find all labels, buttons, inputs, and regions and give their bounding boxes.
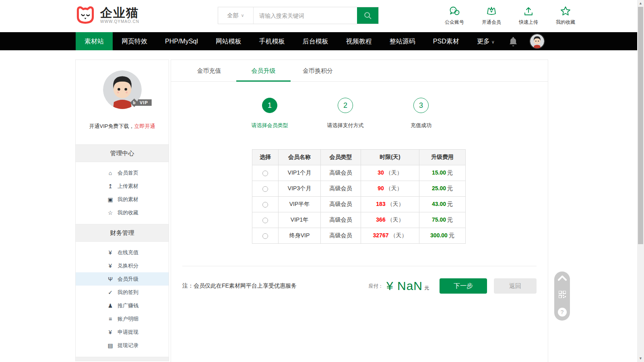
header-action-label: 我的收藏: [556, 19, 575, 26]
table-row: 终身VIP 高级会员 32767（天） 300.00元: [252, 228, 466, 244]
upload-icon: ↥: [106, 183, 114, 189]
step-label: 充值成功: [411, 122, 431, 129]
user-plus-icon: ♟: [106, 302, 114, 309]
main-nav: 素材站 网页特效 PHP/MySql 网站模板 手机模板 后台模板 视频教程 整…: [0, 32, 644, 50]
plan-price: 25.00: [432, 185, 446, 191]
nav-item-web-templates[interactable]: 网站模板: [207, 32, 250, 50]
header-action-favorites[interactable]: 我的收藏: [553, 5, 578, 26]
notification-bell-button[interactable]: [508, 36, 518, 48]
sidebar-item-label: 上传素材: [118, 183, 138, 190]
sidebar-item-account-details[interactable]: ≡账户明细: [76, 312, 169, 325]
scroll-down-arrow[interactable]: ▼: [637, 355, 644, 362]
plan-radio[interactable]: [262, 233, 268, 239]
nav-item-effects[interactable]: 网页特效: [113, 32, 156, 50]
nav-item-video[interactable]: 视频教程: [337, 32, 381, 50]
col-header-type: 会员类型: [321, 150, 361, 165]
plan-radio[interactable]: [262, 202, 268, 208]
sidebar-item-check-in[interactable]: ✓我的签到: [76, 286, 169, 299]
plan-name: 终身VIP: [279, 228, 321, 244]
plan-price: 75.00: [432, 216, 446, 223]
plan-name: VIP1年: [279, 212, 321, 228]
sidebar-item-label: 账户明细: [118, 315, 138, 323]
sidebar-item-member-upgrade[interactable]: Ψ会员升级: [76, 272, 169, 286]
back-to-top-button[interactable]: [558, 276, 567, 281]
plan-price-unit: 元: [449, 232, 454, 239]
plan-price: 15.00: [432, 169, 446, 176]
next-step-button[interactable]: 下一步: [440, 278, 487, 294]
plan-price-unit: 元: [447, 169, 453, 176]
payable-amount: ¥ NaN: [386, 279, 423, 293]
table-header-row: 选择 会员名称 会员类型 时限(天) 升级费用: [252, 150, 466, 165]
sidebar-item-withdraw-apply[interactable]: ¥申请提现: [76, 325, 169, 339]
coin-icon: ¥: [106, 249, 114, 256]
col-header-days: 时限(天): [361, 150, 419, 165]
withdraw-icon: ¥: [106, 329, 114, 335]
sidebar-item-my-material[interactable]: ▣我的素材: [76, 193, 169, 206]
nav-item-admin-templates[interactable]: 后台模板: [294, 32, 337, 50]
sidebar-section-finance: 财务管理: [76, 224, 169, 242]
tab-member-upgrade[interactable]: 会员升级: [236, 60, 291, 81]
plan-type: 高级会员: [321, 181, 361, 197]
step-indicator: 1 请选择会员类型 2 请选择支付方式 3 充值成功: [171, 98, 520, 129]
search-icon: [363, 11, 372, 20]
sidebar: b VIP 开通VIP免费下载，立即开通 管理中心 ⌂会员首页 ↥上传素材 ▣我…: [75, 60, 169, 361]
vip-note: 开通VIP免费下载，立即开通: [76, 123, 169, 130]
user-avatar-small[interactable]: [530, 34, 544, 48]
sidebar-item-exchange-points[interactable]: ¥兑换积分: [76, 259, 169, 272]
sidebar-item-member-home[interactable]: ⌂会员首页: [76, 166, 169, 179]
nav-item-psd[interactable]: PSD素材: [424, 32, 468, 50]
tab-gold-to-points[interactable]: 金币换积分: [291, 60, 345, 81]
vip-badge: b VIP: [131, 99, 152, 106]
plan-radio[interactable]: [262, 218, 268, 223]
brand-name: 企业猫: [100, 6, 139, 19]
back-button[interactable]: 返回: [494, 278, 537, 294]
profile-card: b VIP 开通VIP免费下载，立即开通: [76, 60, 169, 144]
plan-days: 183: [376, 201, 385, 207]
plan-days: 90: [378, 185, 384, 191]
header-action-wechat[interactable]: 公众账号: [442, 5, 467, 26]
scrollbar-thumb[interactable]: [638, 7, 643, 244]
divider: [182, 266, 537, 266]
header-action-label: 开通会员: [482, 19, 501, 26]
search-category-select[interactable]: 全部 ∨: [218, 7, 254, 24]
nav-label: 整站源码: [390, 38, 415, 45]
tab-gold-recharge[interactable]: 金币充值: [182, 60, 236, 81]
trophy-icon: Ψ: [106, 276, 114, 282]
nav-item-material[interactable]: 素材站: [76, 32, 113, 50]
site-logo[interactable]: 企业猫 WWW.QYMAO.CN: [74, 4, 139, 26]
nav-item-mobile-templates[interactable]: 手机模板: [250, 32, 294, 50]
floating-toolbar: ?: [554, 272, 570, 321]
open-vip-link[interactable]: 立即开通: [134, 123, 155, 129]
nav-item-more[interactable]: 更多∨: [468, 32, 504, 50]
vip-badge-label: VIP: [135, 99, 152, 106]
sidebar-item-label: 我的收藏: [118, 209, 138, 216]
sidebar-list-finance: ¥在线充值 ¥兑换积分 Ψ会员升级 ✓我的签到 ♟推广赚钱 ≡账户明细 ¥申请提…: [76, 242, 169, 357]
sidebar-item-label: 推广赚钱: [118, 302, 138, 309]
sidebar-item-my-favorites[interactable]: ☆我的收藏: [76, 206, 169, 219]
header-action-vip[interactable]: 开通会员: [479, 5, 504, 26]
col-header-select: 选择: [252, 150, 279, 165]
plan-radio[interactable]: [262, 186, 268, 192]
nav-item-php[interactable]: PHP/MySql: [156, 32, 207, 50]
plan-radio[interactable]: [262, 171, 268, 176]
sidebar-item-promote-earn[interactable]: ♟推广赚钱: [76, 299, 169, 312]
payable-label: 应付：: [369, 283, 383, 290]
nav-item-source[interactable]: 整站源码: [381, 32, 424, 50]
nav-label: 更多: [477, 38, 490, 45]
search-button[interactable]: [357, 7, 378, 24]
help-button[interactable]: ?: [558, 308, 567, 317]
sidebar-item-online-recharge[interactable]: ¥在线充值: [76, 246, 169, 259]
avatar-icon: [530, 34, 544, 48]
scroll-up-arrow[interactable]: ▲: [637, 0, 644, 7]
sidebar-item-upload-material[interactable]: ↥上传素材: [76, 179, 169, 193]
image-icon: ▣: [106, 196, 114, 203]
vertical-scrollbar[interactable]: ▲ ▼: [637, 0, 644, 362]
sidebar-item-withdraw-records[interactable]: ▤提现记录: [76, 339, 169, 352]
search-input[interactable]: [254, 7, 357, 24]
plan-type: 高级会员: [321, 228, 361, 244]
qr-code-icon: [559, 291, 566, 298]
sidebar-item-label: 会员升级: [118, 276, 138, 283]
qr-code-button[interactable]: [559, 291, 566, 298]
header-action-upload[interactable]: 快速上传: [516, 5, 541, 26]
payment-row: 注：会员仅此在FE素材网平台上享受优惠服务 应付： ¥ NaN 元 下一步 返回: [182, 278, 537, 294]
